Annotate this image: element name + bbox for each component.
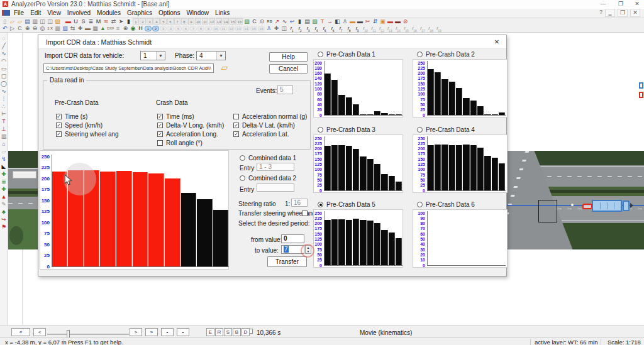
menu-view[interactable]: View <box>44 9 64 17</box>
traffic-light-icon[interactable]: ◉ <box>130 25 136 32</box>
maximize-button[interactable]: ❐ <box>614 0 628 8</box>
checked-checkbox[interactable]: ✓ <box>56 123 62 128</box>
vehicle-slot-15-button[interactable]: 15 <box>230 18 236 25</box>
tools-icon[interactable]: ⇵ <box>372 18 379 25</box>
pencil-icon[interactable]: ✎ <box>1 200 8 208</box>
warning-icon[interactable]: ▲ <box>1 193 8 200</box>
lightning-icon[interactable]: ↯ <box>1 155 8 163</box>
vehicle-slot-2-button[interactable]: 2 <box>140 18 146 25</box>
freehand-icon[interactable]: ∿ <box>1 87 8 95</box>
function-key-11-icon[interactable]: f11 <box>370 25 377 32</box>
checked-checkbox[interactable]: ✓ <box>157 131 163 137</box>
checked-checkbox[interactable]: ✓ <box>157 123 163 128</box>
car-darkred-icon[interactable]: ▬ <box>394 18 401 25</box>
mdi-close-button[interactable]: ✕ <box>630 9 640 17</box>
checked-checkbox[interactable]: ✓ <box>233 123 239 128</box>
print-icon[interactable]: ▥ <box>31 18 38 25</box>
crosshair-icon[interactable]: ✚ <box>77 25 84 32</box>
wedge-icon[interactable]: ◣ <box>1 163 8 170</box>
layer-toggle-6[interactable]: 6 <box>182 26 189 31</box>
function-key-15-icon[interactable]: f15 <box>402 25 410 32</box>
playback-b-button[interactable]: B <box>233 328 241 336</box>
playback-e-button[interactable]: E <box>206 328 214 336</box>
menu-options[interactable]: Options <box>155 9 183 17</box>
dialog-title-bar[interactable]: Import CDR data : Matthias Schmidt ✕ <box>38 35 506 49</box>
help-button[interactable]: Help <box>269 52 308 62</box>
text-red-icon[interactable]: T <box>1 118 8 125</box>
c-dashed-icon[interactable]: C <box>16 25 23 32</box>
grid-icon[interactable]: ▦ <box>92 25 99 32</box>
van-icon[interactable]: ▬ <box>357 18 364 25</box>
events-field[interactable]: 5 <box>277 85 293 94</box>
layer-toggle-12[interactable]: 12 <box>228 26 235 31</box>
intersection-icon[interactable]: ✚ <box>1 185 8 193</box>
precrash-6-radio[interactable]: Pre-Crash Data 6 <box>417 201 475 208</box>
chevron-down-icon[interactable]: ▼ <box>156 52 165 60</box>
function-key-18-icon[interactable]: f18 <box>427 25 435 32</box>
palette-icon[interactable]: ▩ <box>54 25 61 32</box>
u-tool-icon[interactable]: U <box>72 18 79 25</box>
dxf-icon[interactable]: DXF <box>107 25 114 32</box>
rect-icon[interactable]: ▭ <box>1 65 8 72</box>
wave-icon[interactable]: ∿ <box>281 18 288 25</box>
mdi-minimize-button[interactable]: ‗ <box>605 9 615 17</box>
vehicle-slot-9-button[interactable]: 9 <box>188 18 194 25</box>
terrain-image-icon[interactable]: ▨ <box>243 18 250 25</box>
layer-toggle-4[interactable]: 4 <box>167 26 174 31</box>
c-tool-icon[interactable]: C <box>251 18 258 25</box>
playback-button[interactable]: « <box>11 328 30 336</box>
collision-icon[interactable]: ⇄ <box>110 18 117 25</box>
text-icon[interactable]: T <box>319 18 326 25</box>
precrash-4-radio[interactable]: Pre-Crash Data 4 <box>417 126 475 133</box>
s-tool-icon[interactable]: S <box>80 18 87 25</box>
vehicle-slot-14-button[interactable]: 14 <box>223 18 229 25</box>
precrash-2-chart[interactable]: 2502252001751501251007550250 <box>413 59 508 118</box>
chart-icon[interactable]: ▤ <box>304 18 311 25</box>
menu-involved[interactable]: Involved <box>64 9 94 17</box>
trajectory-icon[interactable]: ➤ <box>118 18 125 25</box>
precrash-4-chart[interactable]: 2502252001751501251007550250 <box>413 134 508 193</box>
print-small-icon[interactable]: ▥ <box>1 133 8 140</box>
layer-toggle-9[interactable]: 9 <box>205 26 212 31</box>
save-icon[interactable]: ▤ <box>24 18 31 25</box>
playback-button[interactable]: • <box>161 328 174 336</box>
profile-icon[interactable]: ≣ <box>87 18 94 25</box>
factory-icon[interactable]: ▮ <box>296 18 303 25</box>
ellipse-icon[interactable]: ◯ <box>1 80 8 87</box>
function-key-9-icon[interactable]: f9 <box>353 25 361 32</box>
add-icon[interactable]: ✚ <box>273 25 280 32</box>
cut-icon[interactable]: ✂ <box>364 18 371 25</box>
function-key-6-icon[interactable]: f6 <box>329 25 336 32</box>
measure-icon[interactable]: ⊢ <box>1 110 8 118</box>
layer-toggle-3[interactable]: 3 <box>160 26 167 31</box>
swap-icon[interactable]: ⇆ <box>69 25 76 32</box>
house-icon[interactable]: ⌂ <box>1 140 8 148</box>
function-key-17-icon[interactable]: f17 <box>419 25 426 32</box>
zoom-1x-icon[interactable]: 1:X <box>47 25 53 32</box>
m-tool-icon[interactable]: M <box>95 18 102 25</box>
layer-toggle-8[interactable]: 8 <box>197 26 204 31</box>
menu-file[interactable]: File <box>11 9 27 17</box>
combined-data-2-radio[interactable]: Combined data 2 <box>240 175 296 182</box>
window-layout-icon[interactable]: ◫ <box>47 18 53 25</box>
split-view-icon[interactable]: ◫ <box>39 18 46 25</box>
layer-toggle-13[interactable]: 13 <box>235 26 242 31</box>
folder-pale-icon[interactable]: ▱ <box>1 148 8 155</box>
precrash-6-chart[interactable]: 1009080706050403020100 <box>413 209 508 268</box>
pointer-icon[interactable]: ▷ <box>9 25 16 32</box>
layer-toggle-5[interactable]: 5 <box>175 26 182 31</box>
entry-field-1[interactable]: 1 - 3 <box>257 163 294 171</box>
dots-icon[interactable]: ∴ <box>1 102 8 110</box>
mdi-restore-button[interactable]: ❐ <box>618 9 628 17</box>
docked-red-icon[interactable] <box>639 92 643 98</box>
playback-button[interactable]: < <box>33 328 46 336</box>
function-key-2-icon[interactable]: f2 <box>296 25 304 32</box>
select-icon[interactable]: ◌ <box>1 35 8 42</box>
layer-toggle-2[interactable]: 2 <box>152 26 159 31</box>
photo-icon[interactable]: ▨ <box>54 18 61 25</box>
function-key-3-icon[interactable]: f3 <box>304 25 312 32</box>
menu-links[interactable]: Links <box>212 9 233 17</box>
line-icon[interactable]: ╱ <box>1 42 8 50</box>
layer-toggle-10[interactable]: 10 <box>213 26 219 31</box>
precrash-2-radio[interactable]: Pre-Crash Data 2 <box>417 51 475 58</box>
